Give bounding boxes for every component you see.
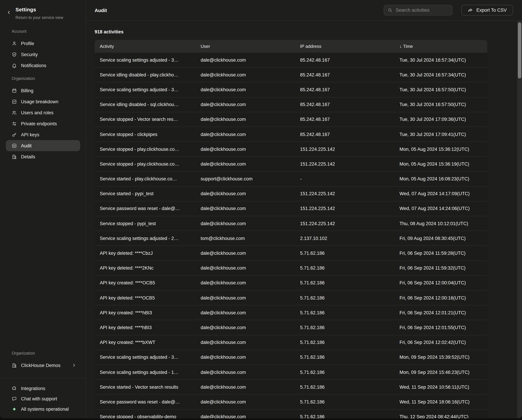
cell-user: dale@clickhouse.com — [195, 251, 295, 256]
chevron-right-icon — [72, 363, 77, 368]
cell-user: dale@clickhouse.com — [195, 414, 295, 418]
sidebar-title: Settings — [15, 6, 63, 13]
cell-time: Wed, 11 Sep 2024 18:06:16(UTC) — [394, 399, 487, 404]
cell-activity: Service started - play.clickhouse.co… — [95, 176, 195, 181]
table-row[interactable]: API key deleted: ****hBI3 dale@clickhous… — [95, 320, 487, 335]
table-row[interactable]: Service stopped - Vector search res… dal… — [95, 112, 487, 127]
column-header-activity[interactable]: Activity — [95, 44, 195, 49]
user-icon — [12, 41, 17, 46]
table-row[interactable]: Service stopped - play.clickhouse.co… da… — [95, 142, 487, 157]
table-row[interactable]: Service password was reset - dale@… dale… — [95, 395, 487, 410]
table-row[interactable]: Service stopped - observability-demo dal… — [95, 410, 487, 418]
sidebar-item-label: Users and roles — [21, 110, 54, 115]
table-row[interactable]: Service scaling settings adjusted - 1… d… — [95, 365, 487, 380]
table-row[interactable]: Service stopped - clickpipes dale@clickh… — [95, 127, 487, 142]
table-row[interactable]: Service started - play.clickhouse.co… su… — [95, 172, 487, 187]
sidebar-footer-links: Integrations Chat with support All syste… — [0, 378, 86, 418]
cell-activity: Service scaling settings adjusted - 3… — [95, 87, 195, 92]
cell-ip-address: 5.71.62.186 — [295, 310, 394, 315]
cell-user: dale@clickhouse.com — [195, 340, 295, 345]
table-row[interactable]: API key deleted: ****OCB5 dale@clickhous… — [95, 291, 487, 305]
back-button[interactable] — [6, 9, 12, 16]
cell-time: Fri, 06 Sep 2024 12:00:04(UTC) — [394, 280, 487, 286]
sidebar-footer: Organization ClickHouse Demos Integratio… — [0, 351, 86, 418]
table-row[interactable]: Service scaling settings adjusted - 3… d… — [95, 350, 487, 365]
cell-user: dale@clickhouse.com — [195, 295, 295, 300]
sidebar-item-billing[interactable]: Billing — [6, 85, 80, 96]
table-row[interactable]: Service idling disabled - play.clickho… … — [95, 68, 487, 82]
cell-activity: API key deleted: ****2KNc — [95, 265, 195, 271]
table-header-row: Activity User IP address ↓ Time — [95, 40, 487, 53]
table-row[interactable]: Service stopped - pypi_test dale@clickho… — [95, 216, 487, 231]
table-row[interactable]: Service scaling settings adjusted - 2… t… — [95, 231, 487, 246]
table-row[interactable]: Service started - Vector search results … — [95, 380, 487, 395]
cell-activity: Service stopped - Vector search res… — [95, 117, 195, 122]
sidebar-item-label: Billing — [21, 88, 33, 93]
table-row[interactable]: API key deleted: ****2KNc dale@clickhous… — [95, 261, 487, 276]
cell-ip-address: 5.71.62.186 — [295, 265, 394, 271]
sidebar-item-private-endpoints[interactable]: Private endpoints — [6, 118, 80, 129]
scrollbar-thumb[interactable] — [518, 22, 521, 78]
building-icon — [12, 154, 17, 159]
sidebar-item-details[interactable]: Details — [6, 151, 80, 162]
search-input[interactable] — [384, 5, 453, 16]
system-status-link[interactable]: All systems operational — [6, 404, 80, 414]
cell-ip-address: 85.242.48.167 — [295, 132, 394, 137]
chevron-left-icon — [7, 10, 11, 15]
cell-activity: Service password was reset - dale@… — [95, 399, 195, 404]
cell-activity: Service password was reset - dale@… — [95, 206, 195, 211]
table-row[interactable]: Service idling disabled - sql.clickhou… … — [95, 97, 487, 112]
cell-activity: Service stopped - play.clickhouse.co… — [95, 162, 195, 167]
sidebar-item-clickhouse-demos[interactable]: ClickHouse Demos — [6, 360, 80, 371]
export-to-csv-button[interactable]: Export To CSV — [461, 5, 513, 16]
table-row[interactable]: Service started - pypi_test dale@clickho… — [95, 187, 487, 201]
cell-ip-address: 151.224.225.142 — [295, 206, 394, 211]
cell-activity: Service idling disabled - sql.clickhou… — [95, 102, 195, 107]
column-header-user[interactable]: User — [195, 44, 295, 49]
cell-user: dale@clickhouse.com — [195, 87, 295, 92]
table-row[interactable]: API key created: ****OCB5 dale@clickhous… — [95, 276, 487, 291]
table-row[interactable]: API key deleted: ****CbzJ dale@clickhous… — [95, 246, 487, 261]
activity-icon — [12, 143, 17, 148]
table-row[interactable]: API key created: ****hBI3 dale@clickhous… — [95, 305, 487, 320]
cell-ip-address: 2.137.10.102 — [295, 236, 394, 241]
table-row[interactable]: API key created: ****bXWT dale@clickhous… — [95, 335, 487, 350]
swap-arrows-icon — [12, 121, 17, 126]
clickhouse-settings-window: Settings Return to your service view Acc… — [0, 0, 522, 418]
cell-time: Tue, 30 Jul 2024 17:09:41(UTC) — [394, 132, 487, 137]
sidebar-item-audit[interactable]: Audit — [6, 140, 80, 151]
cell-user: dale@clickhouse.com — [195, 370, 295, 375]
sidebar-item-label: Chat with support — [21, 396, 57, 401]
page-title: Audit — [95, 8, 107, 13]
table-row[interactable]: Service password was reset - dale@… dale… — [95, 201, 487, 216]
sidebar-header: Settings Return to your service view — [0, 0, 86, 20]
sidebar-item-users-and-roles[interactable]: Users and roles — [6, 107, 80, 118]
sidebar-item-api-keys[interactable]: API keys — [6, 129, 80, 140]
sidebar-item-profile[interactable]: Profile — [6, 38, 80, 49]
cell-ip-address: 85.242.48.167 — [295, 57, 394, 62]
sidebar-item-security[interactable]: Security — [6, 49, 80, 60]
table-row[interactable]: Service scaling settings adjusted - 3… d… — [95, 82, 487, 97]
cell-ip-address: 85.242.48.167 — [295, 87, 394, 92]
cell-ip-address: 5.71.62.186 — [295, 370, 394, 375]
sidebar-item-chat-with-support[interactable]: Chat with support — [6, 394, 80, 404]
sidebar-item-integrations[interactable]: Integrations — [6, 383, 80, 394]
vertical-scrollbar[interactable] — [517, 21, 522, 418]
export-arrow-icon — [468, 8, 473, 13]
cell-activity: Service started - Vector search results — [95, 384, 195, 389]
cell-ip-address: 151.224.225.142 — [295, 221, 394, 226]
sidebar-item-label: Usage breakdown — [21, 99, 59, 104]
table-row[interactable]: Service scaling settings adjusted - 3… d… — [95, 53, 487, 68]
cell-time: Wed, 07 Aug 2024 14:24:06(UTC) — [394, 206, 487, 211]
cell-activity: Service stopped - observability-demo — [95, 414, 195, 418]
cell-activity: API key deleted: ****hBI3 — [95, 325, 195, 330]
sidebar-item-notifications[interactable]: Notifications — [6, 60, 80, 71]
sidebar-item-usage-breakdown[interactable]: Usage breakdown — [6, 96, 80, 107]
table-row[interactable]: Service stopped - play.clickhouse.co… da… — [95, 157, 487, 172]
cell-time: Fri, 06 Sep 2024 12:01:55(UTC) — [394, 325, 487, 330]
column-header-time[interactable]: ↓ Time — [394, 44, 487, 49]
column-header-ip-address[interactable]: IP address — [295, 44, 394, 49]
cell-ip-address: - — [295, 176, 394, 181]
cell-user: dale@clickhouse.com — [195, 117, 295, 122]
cell-user: dale@clickhouse.com — [195, 162, 295, 167]
